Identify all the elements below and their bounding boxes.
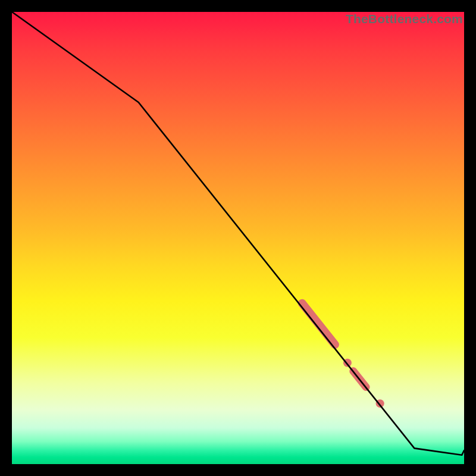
plot-area: TheBottleneck.com [12,12,464,464]
segment-a [302,303,335,345]
main-curve [12,12,464,455]
markers-layer [302,303,384,408]
chart-stage: TheBottleneck.com [0,0,476,476]
chart-svg [12,12,464,464]
